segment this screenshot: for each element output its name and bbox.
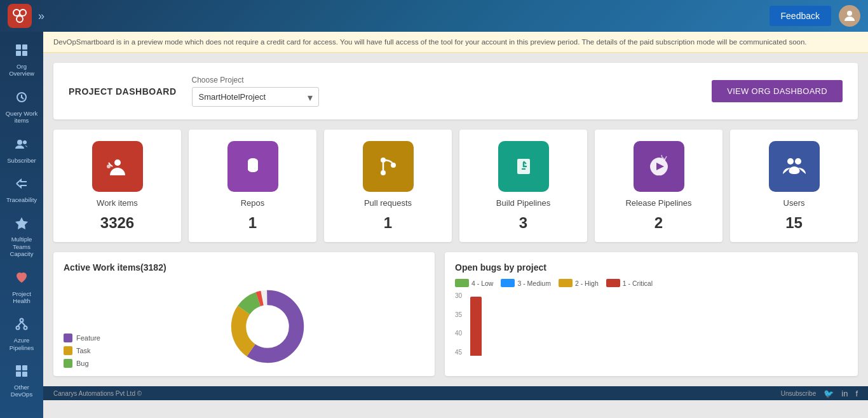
metric-card-pull-requests[interactable]: Pull requests 1 [324, 130, 452, 242]
svg-rect-7 [22, 51, 27, 56]
project-dashboard-title: PROJECT DASHBOARD [69, 86, 177, 97]
sidebar-item-label: Project Health [4, 290, 39, 305]
twitter-icon[interactable]: 🐦 [824, 389, 834, 398]
svg-point-16 [17, 327, 20, 330]
sidebar-item-subscriber[interactable]: Subscriber [2, 131, 41, 169]
svg-point-35 [795, 158, 801, 165]
org-overview-icon [15, 43, 29, 60]
svg-point-1 [20, 10, 26, 16]
bars-area [470, 292, 848, 356]
svg-marker-14 [15, 217, 28, 229]
topbar: » Feedback [0, 0, 868, 32]
legend-label-task: Task [76, 347, 91, 354]
svg-point-12 [17, 140, 22, 145]
app-logo [8, 4, 32, 28]
svg-rect-23 [22, 372, 27, 377]
metric-label-work-items: Work items [97, 198, 138, 208]
svg-line-18 [18, 322, 22, 327]
release-pipelines-icon-box [634, 141, 684, 192]
sidebar-item-other-devops[interactable]: Other DevOps [2, 358, 41, 403]
work-items-icon-box [92, 141, 143, 192]
svg-point-11 [21, 96, 23, 98]
legend-item-high: 2 - High [559, 279, 599, 287]
build-pipelines-icon-box [498, 141, 549, 192]
y-label-35: 35 [455, 311, 466, 318]
footer-bar: Canarys Automations Pvt Ltd © Unsubscrib… [43, 386, 868, 400]
metric-card-release-pipelines[interactable]: Release Pipelines 2 [595, 130, 722, 242]
open-bugs-chart: Open bugs by project 4 - Low 3 - Medium [445, 252, 858, 376]
users-icon-box [769, 141, 820, 192]
sidebar: Org Overview Query Work items [0, 32, 43, 418]
sidebar-item-label: Org Overview [4, 63, 39, 78]
sidebar-item-label: Subscriber [7, 157, 36, 164]
svg-line-19 [22, 322, 25, 327]
other-devops-icon [15, 364, 29, 381]
bar-chart-area: 45 40 35 30 [455, 292, 848, 356]
open-bugs-title: Open bugs by project [455, 262, 848, 273]
svg-point-27 [248, 166, 258, 172]
sidebar-item-query-work-items[interactable]: Query Work items [2, 84, 41, 130]
main-content: DevOpSmartboard is in a preview mode whi… [43, 32, 868, 418]
legend-label-high: 2 - High [575, 280, 599, 287]
sidebar-item-multiple-teams-capacity[interactable]: Multiple Teams Capacity [2, 210, 41, 262]
preview-banner-text: DevOpSmartboard is in a preview mode whi… [53, 38, 807, 46]
pull-requests-icon-box [363, 141, 414, 192]
y-label-45: 45 [455, 349, 466, 356]
metric-label-pull-requests: Pull requests [364, 198, 412, 208]
subscriber-icon [15, 137, 29, 154]
svg-point-29 [381, 170, 386, 175]
project-dashboard-card: PROJECT DASHBOARD Choose Project SmartHo… [53, 63, 858, 119]
sidebar-item-label: Other DevOps [4, 384, 39, 398]
legend-box-medium [501, 279, 515, 287]
sidebar-item-org-overview[interactable]: Org Overview [2, 37, 41, 83]
multiple-teams-capacity-icon [15, 216, 29, 233]
legend-box-low [455, 279, 469, 287]
linkedin-icon[interactable]: in [841, 389, 848, 398]
svg-point-2 [17, 16, 23, 22]
legend-label-bug: Bug [76, 360, 89, 367]
svg-rect-4 [16, 44, 21, 50]
metric-value-users: 15 [785, 214, 803, 232]
active-work-items-chart: Active Work items(3182) Feature Task [53, 252, 435, 376]
y-label-30: 30 [455, 292, 466, 299]
feedback-button[interactable]: Feedback [770, 6, 831, 26]
metric-label-repos: Repos [241, 198, 265, 208]
svg-point-13 [23, 140, 27, 144]
metric-value-release-pipelines: 2 [654, 214, 663, 232]
svg-rect-6 [16, 51, 21, 56]
svg-point-25 [107, 165, 111, 168]
legend-item-low: 4 - Low [455, 279, 493, 287]
sidebar-item-label: Traceability [6, 196, 37, 203]
metric-value-repos: 1 [248, 214, 257, 232]
sidebar-item-project-health[interactable]: Project Health [2, 264, 41, 310]
donut-chart-area [111, 285, 424, 368]
svg-rect-5 [22, 44, 27, 50]
donut-chart-svg [226, 285, 309, 368]
legend-dot-bug [64, 359, 72, 368]
metric-card-repos[interactable]: Repos 1 [189, 130, 316, 242]
view-org-dashboard-button[interactable]: VIEW ORG DASHBOARD [712, 80, 843, 102]
sidebar-toggle-icon[interactable]: » [38, 10, 44, 23]
sidebar-item-traceability[interactable]: Traceability [2, 170, 41, 208]
metric-card-work-items[interactable]: Work items 3326 [53, 130, 181, 242]
metrics-row: Work items 3326 Repos 1 [53, 130, 858, 242]
project-select-wrapper[interactable]: SmartHotelProject Project 2 Project 3 [192, 87, 319, 107]
choose-project-label: Choose Project [192, 76, 319, 84]
bar-critical [470, 297, 482, 356]
project-select[interactable]: SmartHotelProject Project 2 Project 3 [192, 87, 319, 107]
query-work-items-icon [15, 90, 29, 107]
legend-item-bug: Bug [64, 359, 100, 368]
metric-card-users[interactable]: Users 15 [730, 130, 858, 242]
svg-rect-21 [22, 365, 27, 370]
sidebar-item-label: Azure Pipelines [4, 337, 39, 351]
main-layout: Org Overview Query Work items [0, 32, 868, 418]
avatar[interactable] [839, 5, 860, 27]
y-axis: 45 40 35 30 [455, 292, 470, 356]
footer-unsubscribe[interactable]: Unsubscribe [781, 390, 817, 397]
bar-group-1 [470, 292, 482, 356]
open-bugs-legend: 4 - Low 3 - Medium 2 - High 1 - Cri [455, 279, 848, 287]
sidebar-item-azure-pipelines[interactable]: Azure Pipelines [2, 311, 41, 356]
metric-card-build-pipelines[interactable]: Build Pipelines 3 [459, 130, 587, 242]
facebook-icon[interactable]: f [855, 389, 858, 398]
metric-value-pull-requests: 1 [384, 214, 392, 232]
